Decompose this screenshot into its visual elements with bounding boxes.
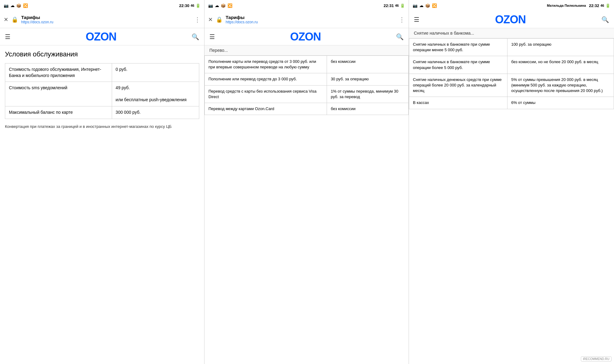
ozon-header-1: ☰ OZON 🔍 (0, 28, 204, 45)
table-cell: Стоимость годового обслуживания, Интерне… (5, 63, 112, 82)
browser-url-2[interactable]: https://docs.ozon.ru (226, 20, 393, 24)
table-cell: 49 руб.или бесплатные push-уведомления (112, 82, 199, 106)
shuffle-icon-3: 🔀 (432, 3, 437, 8)
panel3-table: Снятие наличных в банкомате при сумме оп… (409, 38, 614, 109)
table-cell: Максимальный баланс по карте (5, 106, 112, 119)
status-right-1: 22:30 46 🔋 (179, 3, 201, 8)
close-icon-1[interactable]: ✕ (4, 16, 8, 23)
table-cell: Перевод средств с карты без использовани… (205, 85, 327, 103)
panel3-top-partial: Снятие наличных в банкома... (414, 31, 474, 36)
table-cell: 300 000 руб. (112, 106, 199, 119)
table-cell: 1% от суммы перевода, минимум 30 руб. за… (327, 85, 409, 103)
bottom-text-1: Конвертация при платежах за границей и в… (5, 124, 199, 129)
browser-menu-1[interactable]: ⋮ (194, 16, 200, 23)
signal-icon-2: 46 (395, 4, 399, 7)
browser-url-1[interactable]: https://docs.ozon.ru (21, 20, 189, 24)
menu-icon-3[interactable]: ☰ (414, 16, 419, 23)
lock-icon-2: 🔒 (216, 16, 223, 23)
ozon-header-3: ☰ OZON 🔍 (409, 11, 614, 28)
ozon-logo-3[interactable]: OZON (495, 13, 526, 26)
cloud-icon-3: ☁ (419, 3, 423, 8)
table-row: Пополнение карты или перевод средств от … (205, 56, 409, 73)
table-cell: без комиссии, но не более 20 000 руб. в … (507, 56, 614, 74)
status-bar-2: 📷 ☁ 📦 🔀 22:31 46 🔋 (204, 0, 409, 11)
status-right-2: 22:31 46 🔋 (384, 3, 405, 8)
panel2-top-text: Перево... (204, 45, 409, 56)
ozon-logo-2[interactable]: OZON (290, 30, 321, 43)
shuffle-icon: 🔀 (23, 3, 28, 8)
url-area-1: Тарифы https://docs.ozon.ru (21, 15, 189, 24)
battery-icon-3: 🔋 (605, 3, 610, 8)
table-cell: 30 руб. за операцию (327, 73, 409, 85)
status-right-3: Матильда Пилюлькина 22:32 46 🔋 (547, 3, 610, 8)
search-icon-1[interactable]: 🔍 (192, 33, 199, 40)
status-left-1: 📷 ☁ 📦 🔀 (4, 3, 28, 8)
ozon-header-2: ☰ OZON 🔍 (204, 28, 409, 45)
panel3-content: Снятие наличных в банкомате при сумме оп… (409, 38, 614, 364)
camera-icon: 📷 (4, 3, 9, 8)
top-text-partial: Перево... (209, 48, 228, 53)
terms-table-1: Стоимость годового обслуживания, Интерне… (5, 63, 199, 119)
browser-menu-2[interactable]: ⋮ (399, 16, 405, 23)
status-left-3: 📷 ☁ 📦 🔀 (413, 3, 437, 8)
table-row: В кассах 6% от суммы (409, 97, 614, 109)
transfer-table: Пополнение карты или перевод средств от … (204, 56, 409, 115)
camera-icon-3: 📷 (413, 3, 418, 8)
panel2-content: Пополнение карты или перевод средств от … (204, 56, 409, 364)
table-cell: Перевод между картами Ozon.Card (205, 103, 327, 115)
cloud-icon-2: ☁ (215, 3, 219, 8)
table-row: Максимальный баланс по карте 300 000 руб… (5, 106, 199, 119)
table-row: Стоимость годового обслуживания, Интерне… (5, 63, 199, 82)
table-cell: без комиссии (327, 56, 409, 73)
table-cell: Стоимость sms уведомлений (5, 82, 112, 106)
table-cell: 5% от суммы превышения 20 000 руб. в мес… (507, 74, 614, 97)
user-name-display: Матильда Пилюлькина (547, 4, 586, 7)
time-3: 22:32 (589, 3, 599, 8)
lock-icon-1: 🔒 (11, 16, 18, 23)
panel1: 📷 ☁ 📦 🔀 22:30 46 🔋 ✕ 🔒 Тарифы https://do… (0, 0, 204, 364)
recommend-badge: iRECOMMEND.RU (581, 356, 612, 362)
time-2: 22:31 (384, 3, 394, 8)
battery-icon-2: 🔋 (400, 3, 405, 8)
table-cell: Снятие наличных денежных средств при сум… (409, 74, 507, 97)
table-cell: Снятие наличных в банкомате при сумме оп… (409, 39, 507, 56)
table-cell: 100 руб. за операцию (507, 39, 614, 56)
table-row: Снятие наличных денежных средств при сум… (409, 74, 614, 97)
table-cell: Снятие наличных в банкомате при сумме оп… (409, 56, 507, 74)
table-cell: без комиссии (327, 103, 409, 115)
box-icon-3: 📦 (425, 3, 430, 8)
section-title-1: Условия обслуживания (5, 50, 199, 58)
search-icon-2[interactable]: 🔍 (396, 33, 404, 40)
battery-icon-1: 🔋 (196, 3, 200, 8)
browser-title-2: Тарифы (226, 15, 393, 20)
close-icon-2[interactable]: ✕ (208, 16, 213, 23)
signal-icon-1: 46 (191, 4, 194, 7)
camera-icon-2: 📷 (208, 3, 213, 8)
table-cell: В кассах (409, 97, 507, 109)
browser-bar-2: ✕ 🔒 Тарифы https://docs.ozon.ru ⋮ (204, 11, 409, 28)
status-bar-1: 📷 ☁ 📦 🔀 22:30 46 🔋 (0, 0, 204, 11)
table-row: Пополнение или перевод средств до 3 000 … (205, 73, 409, 85)
menu-icon-1[interactable]: ☰ (5, 33, 10, 40)
table-row: Перевод между картами Ozon.Card без коми… (205, 103, 409, 115)
panel3-top-text: Снятие наличных в банкома... (409, 28, 614, 38)
browser-bar-1: ✕ 🔒 Тарифы https://docs.ozon.ru ⋮ (0, 11, 204, 28)
table-row: Стоимость sms уведомлений 49 руб.или бес… (5, 82, 199, 106)
table-row: Перевод средств с карты без использовани… (205, 85, 409, 103)
search-icon-3[interactable]: 🔍 (601, 16, 609, 23)
shuffle-icon-2: 🔀 (227, 3, 232, 8)
table-cell: Пополнение карты или перевод средств от … (205, 56, 327, 73)
box-icon-2: 📦 (221, 3, 226, 8)
menu-icon-2[interactable]: ☰ (209, 33, 215, 40)
browser-title-1: Тарифы (21, 15, 189, 20)
status-left-2: 📷 ☁ 📦 🔀 (208, 3, 232, 8)
time-1: 22:30 (179, 3, 189, 8)
panel2: 📷 ☁ 📦 🔀 22:31 46 🔋 ✕ 🔒 Тарифы https://do… (204, 0, 409, 364)
status-bar-3: 📷 ☁ 📦 🔀 Матильда Пилюлькина 22:32 46 🔋 (409, 0, 614, 11)
content-area-1: Условия обслуживания Стоимость годового … (0, 45, 204, 364)
table-cell: 0 руб. (112, 63, 199, 82)
table-row: Снятие наличных в банкомате при сумме оп… (409, 56, 614, 74)
cloud-icon: ☁ (10, 3, 14, 8)
ozon-logo-1[interactable]: OZON (86, 30, 116, 43)
table-row: Снятие наличных в банкомате при сумме оп… (409, 39, 614, 56)
